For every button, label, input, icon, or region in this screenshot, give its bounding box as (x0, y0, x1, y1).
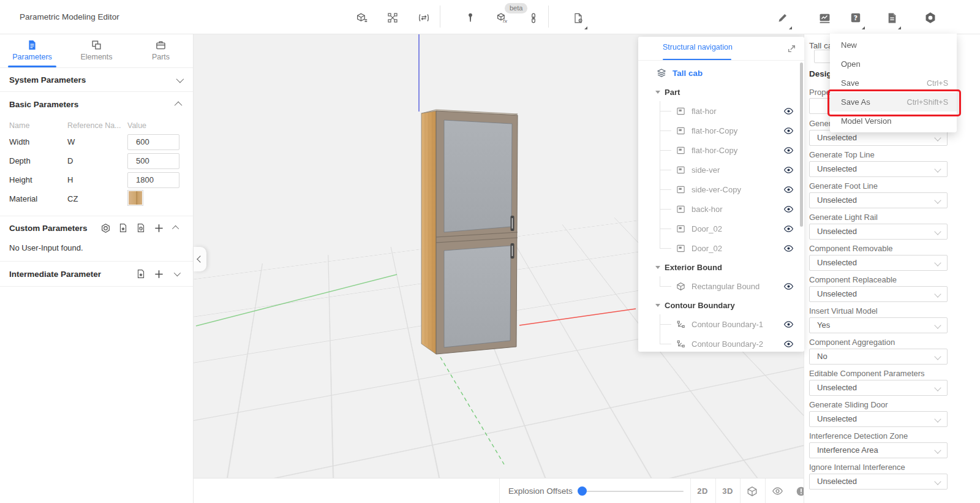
field-select[interactable]: Unselected (809, 224, 948, 240)
expand-chevron-icon[interactable] (171, 268, 182, 279)
plus-icon[interactable] (153, 222, 164, 233)
document-circle-icon[interactable] (135, 222, 146, 233)
tree-item[interactable]: flat-hor (638, 101, 804, 121)
document-star-icon[interactable] (135, 268, 146, 279)
document-icon[interactable] (884, 10, 900, 26)
eye-icon[interactable] (765, 478, 790, 503)
assembly-icon[interactable] (385, 10, 401, 26)
visibility-eye-icon[interactable] (783, 319, 794, 330)
chevron-down-icon (934, 322, 941, 328)
tree-item[interactable]: side-ver-Copy (638, 180, 804, 199)
visibility-eye-icon[interactable] (783, 125, 794, 136)
help-icon[interactable]: ? (848, 10, 864, 26)
document-export-icon[interactable] (570, 10, 586, 26)
system-parameters-header[interactable]: System Parameters (0, 68, 193, 92)
field-select[interactable]: Unselected (809, 286, 948, 302)
collapse-chevron-icon[interactable] (171, 222, 182, 233)
custom-parameters-header[interactable]: Custom Parameters (0, 216, 193, 240)
structural-navigation-panel: Structural navigation Tall cabPartflat-h… (638, 37, 804, 352)
field-select[interactable]: Yes (809, 317, 948, 333)
tree-item[interactable]: flat-hor-Copy (638, 121, 804, 140)
model-tall-cabinet[interactable] (421, 110, 518, 354)
field-select[interactable]: Unselected (809, 380, 948, 396)
document-star-icon[interactable] (118, 222, 129, 233)
menu-item-save-as[interactable]: Save AsCtrl+Shift+S (830, 93, 957, 112)
visibility-eye-icon[interactable] (783, 184, 794, 195)
col-header-value: Value (127, 121, 183, 130)
tree-item[interactable]: back-hor (638, 199, 804, 219)
visibility-eye-icon[interactable] (783, 243, 794, 254)
nut-icon[interactable] (100, 222, 111, 233)
tree-item[interactable]: Door_02 (638, 219, 804, 238)
intermediate-parameter-header[interactable]: Intermediate Parameter (0, 262, 193, 287)
tree-item-label: Contour Boundary-2 (692, 339, 763, 349)
release-notes-icon[interactable] (816, 10, 832, 26)
explosion-slider-track[interactable] (586, 491, 684, 492)
tree-item[interactable]: Rectangular Bound (638, 276, 804, 296)
visibility-eye-icon[interactable] (783, 281, 794, 292)
tree-group-contour-boundary[interactable]: Contour Boundary (638, 296, 804, 314)
property-field: Interference Detection ZoneInterference … (809, 431, 956, 456)
field-select[interactable]: Unselected (809, 411, 948, 427)
tab-parameters[interactable]: Parameters (0, 34, 64, 67)
expand-panel-icon[interactable] (787, 43, 798, 54)
basic-parameters-table: Name Reference Na... Value WidthWDepthDH… (0, 116, 193, 216)
plus-icon[interactable] (153, 268, 164, 279)
chevron-down-icon (934, 197, 941, 203)
view-2d-button[interactable]: 2D (690, 478, 715, 503)
view-3d-button[interactable]: 3D (715, 478, 740, 503)
field-select[interactable]: Unselected (809, 192, 948, 208)
link-icon[interactable] (526, 10, 541, 26)
field-select[interactable]: Unselected (809, 161, 948, 177)
tree-group-part[interactable]: Part (638, 83, 804, 101)
explosion-slider-handle[interactable] (578, 486, 587, 496)
tree-item[interactable]: Contour Boundary-1 (638, 314, 804, 334)
tree-item[interactable]: Door_02 (638, 238, 804, 258)
tree-root-tall-cab[interactable]: Tall cab (638, 63, 804, 83)
section-title: System Parameters (9, 75, 86, 85)
field-select[interactable]: Unselected (809, 474, 948, 490)
tree-item-label: back-hor (692, 205, 723, 214)
visibility-eye-icon[interactable] (783, 338, 794, 349)
swap-icon[interactable] (416, 10, 432, 26)
basic-parameters-header[interactable]: Basic Parameters (0, 92, 193, 116)
field-label: Generate Light Rail (809, 213, 956, 222)
model-library-icon[interactable] (353, 10, 369, 26)
property-field: Generate Top LineUnselected (809, 150, 956, 175)
menu-item-open[interactable]: Open (830, 55, 957, 74)
field-select[interactable]: Interference Area (809, 442, 948, 458)
tree-item[interactable]: side-ver (638, 160, 804, 180)
svg-text:?: ? (854, 14, 858, 22)
menu-item-model-version[interactable]: Model Version (830, 112, 957, 130)
field-select[interactable]: No (809, 349, 948, 365)
visibility-eye-icon[interactable] (783, 105, 794, 116)
pin-icon[interactable] (462, 10, 478, 26)
menu-item-save[interactable]: SaveCtrl+S (830, 74, 957, 93)
tree-item-label: Rectangular Bound (692, 282, 760, 291)
menu-item-label: Open (841, 59, 861, 69)
tab-structural-navigation[interactable]: Structural navigation (663, 43, 733, 51)
tree-group-exterior-bound[interactable]: Exterior Bound (638, 258, 804, 276)
panel-icon (676, 224, 685, 233)
tab-elements[interactable]: Elements (64, 34, 129, 67)
cube-view-icon[interactable] (740, 478, 764, 503)
material-swatch[interactable] (127, 190, 143, 206)
nav-scrollbar[interactable] (800, 62, 803, 227)
visibility-eye-icon[interactable] (783, 164, 794, 175)
pencil-icon[interactable] (775, 10, 791, 26)
param-value-input[interactable] (127, 153, 179, 169)
settings-gear-icon[interactable] (922, 10, 938, 26)
param-value-input[interactable] (127, 134, 179, 150)
chevron-down-icon (934, 415, 941, 422)
visibility-eye-icon[interactable] (783, 223, 794, 234)
tree-item[interactable]: Contour Boundary-2 (638, 334, 804, 352)
visibility-eye-icon[interactable] (783, 203, 794, 214)
field-select[interactable]: Unselected (809, 255, 948, 271)
collapse-sidebar-handle[interactable] (194, 247, 206, 271)
selected-value: Yes (817, 320, 830, 330)
menu-item-new[interactable]: New (830, 36, 957, 55)
tab-parts[interactable]: Parts (129, 34, 193, 67)
param-value-input[interactable] (127, 172, 179, 188)
tree-item[interactable]: flat-hor-Copy (638, 140, 804, 160)
visibility-eye-icon[interactable] (783, 145, 794, 156)
